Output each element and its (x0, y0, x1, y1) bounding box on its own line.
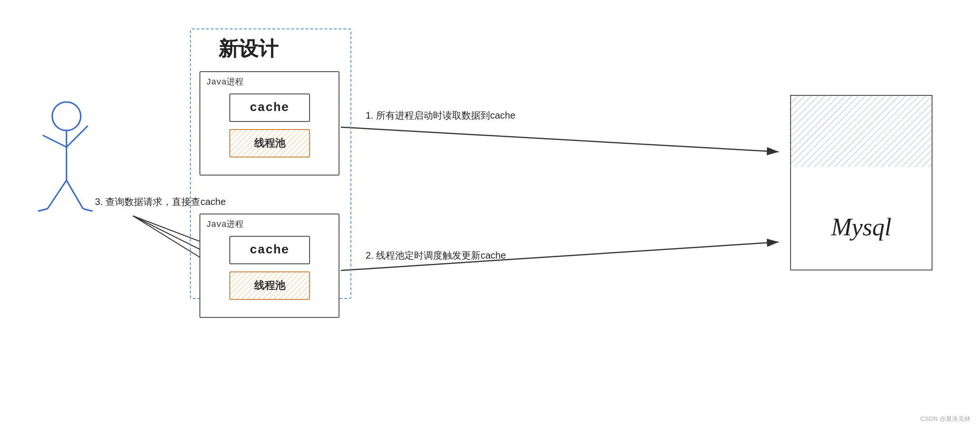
cache-box-2: cache (229, 236, 310, 264)
cache-label-1: cache (250, 101, 289, 115)
svg-point-0 (52, 102, 81, 130)
mysql-label: Mysql (831, 213, 891, 241)
svg-line-5 (66, 180, 83, 209)
cache-label-2: cache (250, 243, 289, 257)
cache-box-1: cache (229, 93, 310, 122)
java-process-box-2: Java进程 cache 线程池 (199, 214, 339, 318)
java-process-box-1: Java进程 cache 线程池 (199, 71, 339, 176)
svg-line-2 (43, 135, 66, 147)
watermark: CSDN @夏洛克林 (920, 415, 971, 423)
thread-pool-box-1: 线程池 (229, 129, 310, 158)
mysql-hatching (791, 96, 933, 167)
svg-line-3 (66, 126, 88, 147)
java-process-label-2: Java进程 (206, 218, 244, 230)
annotation-3: 3. 查询数据请求，直接查cache (95, 195, 226, 208)
mysql-box: Mysql (790, 95, 933, 270)
java-process-label-1: Java进程 (206, 76, 244, 87)
svg-rect-19 (791, 96, 933, 167)
svg-line-4 (47, 180, 66, 209)
svg-line-6 (38, 209, 47, 211)
new-design-label: 新设计 (218, 36, 278, 62)
annotation-2: 2. 线程池定时调度触发更新cache (366, 249, 506, 262)
annotation-1: 1. 所有进程启动时读取数据到cache (366, 109, 516, 122)
thread-pool-box-2: 线程池 (229, 271, 310, 300)
svg-line-8 (341, 127, 779, 152)
thread-pool-label-2: 线程池 (254, 279, 285, 293)
svg-line-7 (83, 209, 93, 211)
thread-pool-label-1: 线程池 (254, 136, 285, 150)
diagram-container: 新设计 Java进程 cache 线程池 Java进程 cache (0, 0, 980, 428)
